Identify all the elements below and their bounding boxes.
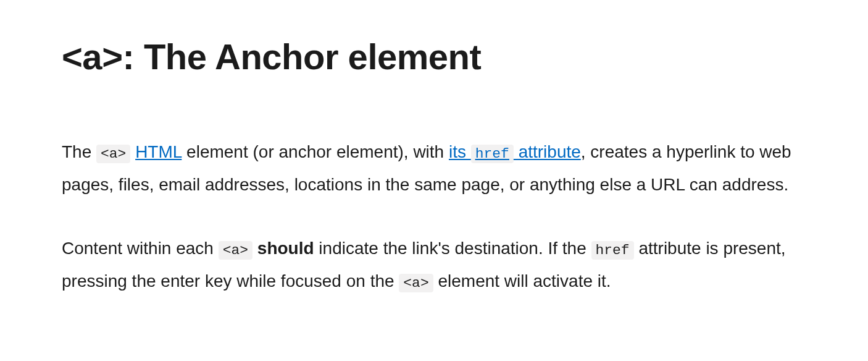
link-text: attribute bbox=[514, 142, 581, 161]
intro-paragraph: The <a> HTML element (or anchor element)… bbox=[62, 135, 806, 201]
code-a-tag: <a> bbox=[399, 274, 433, 292]
text bbox=[252, 239, 257, 258]
link-html[interactable]: HTML bbox=[135, 142, 182, 161]
text: element (or anchor element), with bbox=[182, 142, 449, 161]
page-title: <a>: The Anchor element bbox=[62, 37, 806, 77]
text: The bbox=[62, 142, 96, 161]
text: element will activate it. bbox=[433, 271, 611, 291]
text: indicate the link's destination. If the bbox=[314, 239, 591, 258]
code-href: href bbox=[591, 241, 634, 260]
second-paragraph: Content within each <a> should indicate … bbox=[62, 232, 806, 297]
link-text: its bbox=[449, 142, 471, 161]
code-href: href bbox=[471, 145, 514, 163]
code-a-tag: <a> bbox=[96, 145, 130, 163]
text: Content within each bbox=[62, 239, 219, 258]
code-a-tag: <a> bbox=[219, 241, 252, 260]
link-href-attribute[interactable]: its href attribute bbox=[449, 142, 581, 161]
strong-should: should bbox=[257, 239, 314, 258]
text bbox=[130, 142, 135, 161]
